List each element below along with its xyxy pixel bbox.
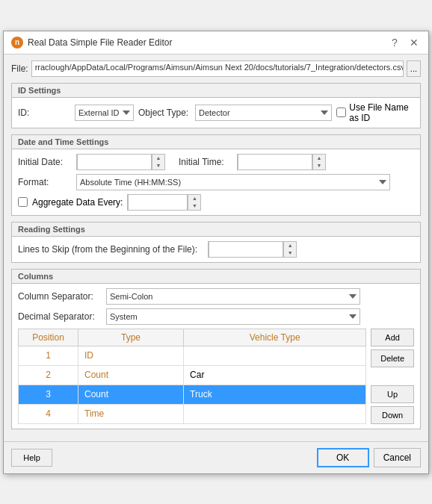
content-area: File: rraclough/AppData/Local/Programs/A… — [4, 55, 428, 441]
help-button[interactable]: Help — [11, 449, 52, 467]
cell-type: ID — [78, 346, 184, 365]
date-time-section: Date and Time Settings Initial Date: 9/1… — [11, 134, 421, 216]
help-title-btn[interactable]: ? — [388, 36, 401, 49]
use-file-name-label: Use File Name as ID — [349, 102, 414, 123]
columns-title: Columns — [12, 270, 420, 284]
aggregate-input[interactable]: 00:00:00 — [128, 194, 188, 211]
cell-position: 1 — [19, 346, 78, 365]
decimal-separator-label: Decimal Separator: — [18, 311, 100, 322]
browse-button[interactable]: ... — [407, 60, 421, 77]
id-settings-title: ID Settings — [12, 84, 420, 98]
table-row[interactable]: 1ID — [19, 346, 366, 365]
column-separator-row: Column Separator: Semi-Colon — [18, 288, 414, 305]
initial-time-input[interactable]: 8:00:00 AM — [238, 154, 312, 170]
lines-skip-label: Lines to Skip (from the Beginning of the… — [18, 244, 197, 255]
cell-position: 2 — [19, 365, 78, 385]
object-type-select[interactable]: Detector — [195, 105, 332, 121]
title-bar: n Real Data Simple File Reader Editor ? … — [4, 31, 428, 55]
decimal-separator-row: Decimal Separator: System — [18, 308, 414, 325]
down-button[interactable]: Down — [371, 406, 414, 424]
initial-time-spinner[interactable]: 8:00:00 AM ▲ ▼ — [237, 154, 326, 170]
id-settings-section: ID Settings ID: External ID Object Type:… — [11, 83, 421, 128]
ok-button[interactable]: OK — [317, 448, 369, 467]
lines-skip-up-btn[interactable]: ▲ — [284, 242, 296, 249]
date-time-row: Initial Date: 9/10/2015 ▲ ▼ Initial Time… — [18, 154, 414, 170]
app-icon: n — [11, 37, 23, 49]
lines-skip-row: Lines to Skip (from the Beginning of the… — [18, 241, 414, 258]
decimal-separator-select[interactable]: System — [106, 308, 360, 325]
cell-position: 4 — [19, 404, 78, 423]
reading-settings-section: Reading Settings Lines to Skip (from the… — [11, 222, 421, 263]
use-file-name-row: Use File Name as ID — [336, 102, 414, 123]
aggregate-checkbox[interactable] — [18, 197, 28, 207]
time-up-btn[interactable]: ▲ — [313, 155, 325, 162]
window-title: Real Data Simple File Reader Editor — [28, 37, 172, 48]
up-button[interactable]: Up — [371, 385, 414, 403]
aggregate-spinner[interactable]: 00:00:00 ▲ ▼ — [127, 194, 201, 211]
lines-skip-down-btn[interactable]: ▼ — [284, 249, 296, 257]
initial-date-input[interactable]: 9/10/2015 — [77, 154, 152, 170]
cancel-button[interactable]: Cancel — [374, 448, 421, 467]
lines-skip-input[interactable]: 1 — [209, 241, 283, 258]
footer: Help OK Cancel — [4, 441, 428, 473]
column-separator-select[interactable]: Semi-Colon — [106, 288, 360, 305]
add-button[interactable]: Add — [371, 329, 414, 346]
id-settings-row: ID: External ID Object Type: Detector Us… — [18, 102, 414, 123]
format-select[interactable]: Absolute Time (HH:MM:SS) — [76, 174, 390, 190]
main-window: n Real Data Simple File Reader Editor ? … — [3, 31, 429, 474]
date-time-title: Date and Time Settings — [12, 135, 420, 149]
title-bar-right: ? ✕ — [388, 36, 421, 49]
cell-vehicle-type: Truck — [184, 385, 366, 404]
object-type-label: Object Type: — [138, 108, 191, 118]
col-header-vehicle-type: Vehicle Type — [184, 329, 366, 346]
col-header-type: Type — [78, 329, 184, 346]
file-path-input[interactable]: rraclough/AppData/Local/Programs/Aimsun/… — [31, 60, 404, 77]
file-label: File: — [11, 63, 28, 74]
use-file-name-checkbox[interactable] — [336, 108, 346, 117]
time-spinner-buttons: ▲ ▼ — [312, 155, 325, 169]
reading-settings-title: Reading Settings — [12, 223, 420, 237]
cell-vehicle-type: Car — [184, 365, 366, 385]
cell-vehicle-type — [184, 346, 366, 365]
columns-section: Columns Column Separator: Semi-Colon Dec… — [11, 269, 421, 429]
cell-position: 3 — [19, 385, 78, 404]
initial-date-label: Initial Date: — [18, 157, 70, 167]
initial-date-spinner[interactable]: 9/10/2015 ▲ ▼ — [76, 154, 165, 170]
time-down-btn[interactable]: ▼ — [313, 162, 325, 169]
table-row[interactable]: 2CountCar — [19, 365, 366, 385]
delete-button[interactable]: Delete — [371, 349, 414, 367]
cell-type: Time — [78, 404, 184, 423]
title-bar-left: n Real Data Simple File Reader Editor — [11, 37, 172, 49]
format-label: Format: — [18, 177, 70, 187]
lines-skip-spinner-buttons: ▲ ▼ — [283, 242, 296, 257]
aggregate-row: Aggregate Data Every: 00:00:00 ▲ ▼ — [18, 194, 414, 211]
date-up-btn[interactable]: ▲ — [152, 155, 164, 162]
cell-type: Count — [78, 365, 184, 385]
format-row: Format: Absolute Time (HH:MM:SS) — [18, 174, 414, 190]
table-row[interactable]: 3CountTruck — [19, 385, 366, 404]
id-label: ID: — [18, 108, 70, 118]
initial-time-label: Initial Time: — [179, 157, 231, 167]
aggregate-label: Aggregate Data Every: — [32, 197, 123, 208]
table-header-row: Position Type Vehicle Type — [19, 329, 366, 346]
column-separator-label: Column Separator: — [18, 291, 100, 302]
columns-inner: Column Separator: Semi-Colon Decimal Sep… — [12, 284, 420, 429]
date-down-btn[interactable]: ▼ — [152, 162, 164, 169]
file-row: File: rraclough/AppData/Local/Programs/A… — [11, 60, 421, 77]
aggregate-down-btn[interactable]: ▼ — [188, 202, 200, 210]
table-row[interactable]: 4Time — [19, 404, 366, 423]
aggregate-spinner-buttons: ▲ ▼ — [188, 195, 200, 210]
cell-type: Count — [78, 385, 184, 404]
table-buttons: Add Delete Up Down — [371, 329, 414, 424]
aggregate-up-btn[interactable]: ▲ — [188, 195, 200, 202]
footer-right: OK Cancel — [317, 448, 421, 467]
cell-vehicle-type — [184, 404, 366, 423]
col-header-position: Position — [19, 329, 78, 346]
columns-table: Position Type Vehicle Type 1ID2CountCar3… — [18, 329, 366, 424]
lines-skip-spinner[interactable]: 1 ▲ ▼ — [208, 241, 297, 258]
table-container: Position Type Vehicle Type 1ID2CountCar3… — [18, 329, 414, 424]
id-select[interactable]: External ID — [75, 105, 134, 121]
close-title-btn[interactable]: ✕ — [407, 36, 421, 49]
date-spinner-buttons: ▲ ▼ — [152, 155, 164, 169]
